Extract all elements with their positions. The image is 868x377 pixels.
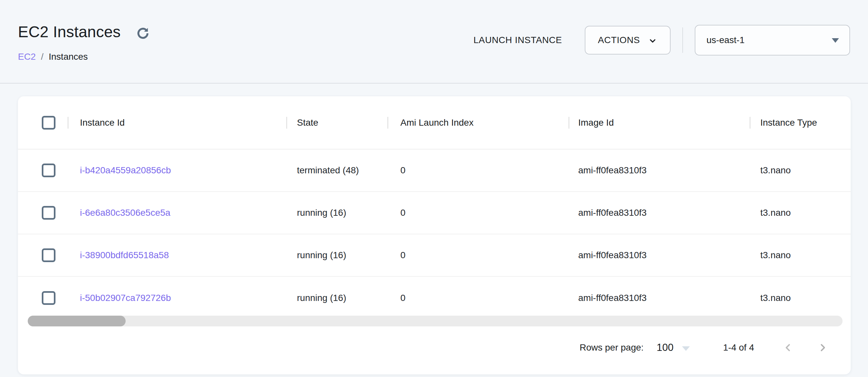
- column-separator: [388, 117, 388, 129]
- column-separator: [286, 117, 287, 129]
- rows-per-page-select[interactable]: 100: [656, 342, 690, 353]
- column-header-ami-launch-index: Ami Launch Index: [400, 96, 473, 149]
- actions-button-label: ACTIONS: [598, 35, 640, 45]
- chevron-left-icon: [782, 342, 794, 353]
- chevron-right-icon: [817, 342, 829, 353]
- refresh-button[interactable]: [134, 25, 151, 42]
- rows-per-page-value: 100: [656, 342, 674, 353]
- breadcrumb-separator: /: [41, 52, 43, 62]
- cell-state: terminated (48): [297, 150, 359, 191]
- table-row: i-b420a4559a20856cb terminated (48) 0 am…: [18, 150, 851, 192]
- ec2-instances-page: EC2 Instances EC2 / Instances LAUNCH INS…: [0, 0, 868, 377]
- cell-image-id: ami-ff0fea8310f3: [578, 234, 647, 276]
- column-header-state: State: [297, 96, 318, 149]
- instance-id-link[interactable]: i-b420a4559a20856cb: [80, 165, 171, 176]
- cell-instance-id: i-38900bdfd65518a58: [80, 234, 169, 276]
- cell-instance-type: t3.nano: [760, 192, 790, 234]
- launch-instance-button[interactable]: LAUNCH INSTANCE: [473, 32, 562, 49]
- row-checkbox[interactable]: [42, 206, 56, 220]
- column-header-image-id: Image Id: [578, 96, 614, 149]
- row-checkbox[interactable]: [42, 291, 56, 305]
- previous-page-button[interactable]: [780, 340, 796, 355]
- table-row: i-50b02907ca792726b running (16) 0 ami-f…: [18, 277, 851, 319]
- cell-instance-type: t3.nano: [760, 150, 790, 191]
- cell-instance-id: i-6e6a80c3506e5ce5a: [80, 192, 170, 234]
- cell-ami-launch-index: 0: [400, 277, 406, 319]
- column-separator: [568, 117, 569, 129]
- column-separator: [749, 117, 750, 129]
- cell-instance-type: t3.nano: [760, 234, 790, 276]
- table-row: i-38900bdfd65518a58 running (16) 0 ami-f…: [18, 234, 851, 277]
- toolbar-divider: [682, 27, 683, 53]
- breadcrumb-link-ec2[interactable]: EC2: [18, 52, 36, 62]
- cell-image-id: ami-ff0fea8310f3: [578, 192, 647, 234]
- column-separator: [67, 117, 68, 129]
- instance-id-link[interactable]: i-50b02907ca792726b: [80, 293, 171, 303]
- cell-instance-type: t3.nano: [760, 277, 790, 319]
- column-header-instance-id: Instance Id: [80, 96, 125, 149]
- dropdown-triangle-icon: [832, 38, 839, 43]
- cell-ami-launch-index: 0: [400, 192, 406, 234]
- instances-table-card: Instance Id State Ami Launch Index Image…: [18, 96, 851, 374]
- instance-id-link[interactable]: i-6e6a80c3506e5ce5a: [80, 208, 170, 218]
- cell-instance-id: i-50b02907ca792726b: [80, 277, 171, 319]
- region-select-value: us-east-1: [707, 35, 745, 45]
- select-all-checkbox[interactable]: [42, 116, 56, 130]
- dropdown-triangle-icon: [682, 346, 690, 351]
- cell-image-id: ami-ff0fea8310f3: [578, 150, 647, 191]
- cell-state: running (16): [297, 277, 346, 319]
- next-page-button[interactable]: [815, 340, 831, 355]
- breadcrumb: EC2 / Instances: [18, 52, 88, 62]
- table-row: i-6e6a80c3506e5ce5a running (16) 0 ami-f…: [18, 192, 851, 234]
- horizontal-scrollbar-thumb[interactable]: [28, 316, 126, 326]
- instance-id-link[interactable]: i-38900bdfd65518a58: [80, 250, 169, 260]
- cell-state: running (16): [297, 234, 346, 276]
- chevron-down-icon: [648, 36, 657, 46]
- rows-per-page-label: Rows per page:: [580, 342, 644, 353]
- pagination-range: 1-4 of 4: [723, 342, 754, 353]
- horizontal-scrollbar[interactable]: [28, 316, 842, 326]
- column-header-instance-type: Instance Type: [760, 96, 817, 149]
- cell-ami-launch-index: 0: [400, 234, 406, 276]
- cell-ami-launch-index: 0: [400, 150, 406, 191]
- actions-button[interactable]: ACTIONS: [585, 26, 671, 55]
- cell-state: running (16): [297, 192, 346, 234]
- pagination: Rows per page: 100 1-4 of 4: [580, 333, 831, 362]
- row-checkbox[interactable]: [42, 163, 56, 177]
- region-select[interactable]: us-east-1: [695, 25, 850, 56]
- cell-image-id: ami-ff0fea8310f3: [578, 277, 647, 319]
- header-toolbar: LAUNCH INSTANCE ACTIONS us-east-1: [473, 25, 850, 56]
- refresh-icon: [135, 26, 150, 41]
- row-checkbox[interactable]: [42, 248, 56, 262]
- cell-instance-id: i-b420a4559a20856cb: [80, 150, 171, 191]
- page-title: EC2 Instances: [18, 23, 121, 41]
- table-header-row: Instance Id State Ami Launch Index Image…: [18, 96, 851, 150]
- breadcrumb-current: Instances: [49, 52, 88, 62]
- page-header: EC2 Instances EC2 / Instances LAUNCH INS…: [0, 0, 868, 84]
